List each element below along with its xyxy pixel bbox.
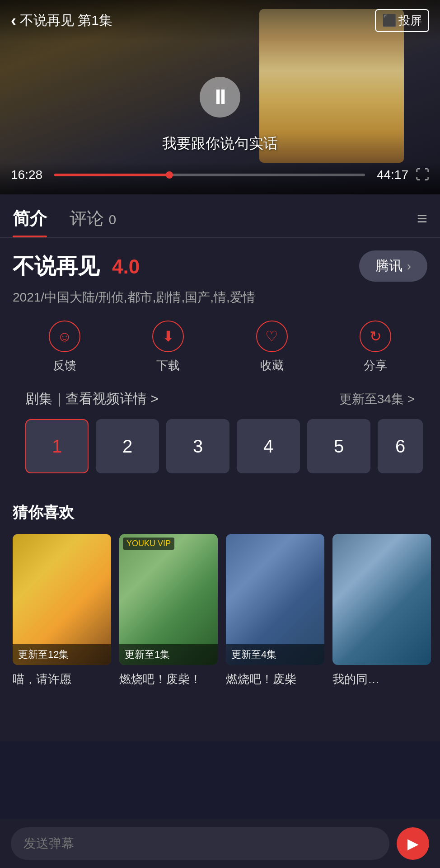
episode-3-button[interactable]: 3 (166, 419, 229, 473)
platform-arrow-icon: › (407, 259, 411, 274)
subtitle-text: 我要跟你说句实话 (0, 134, 440, 154)
feedback-icon: ☺ (49, 321, 80, 352)
video-controls: 16:28 44:17 ⛶ (0, 162, 440, 194)
time-total: 44:17 (372, 168, 408, 182)
danmaku-bar: ▶ (0, 819, 440, 868)
cast-icon: ⬛ (382, 14, 397, 28)
info-section: 不说再见 4.0 腾讯 › 2021/中国大陆/刑侦,都市,剧情,国产,情,爱情… (0, 238, 440, 502)
progress-thumb (166, 171, 173, 179)
fullscreen-button[interactable]: ⛶ (416, 167, 429, 183)
rec-poster-4 (332, 534, 431, 665)
danmaku-input[interactable] (11, 827, 389, 860)
episodes-header: 剧集｜查看视频详情 > 更新至34集 > (13, 390, 427, 408)
episodes-more[interactable]: 更新至34集 > (339, 391, 415, 408)
tab-comment[interactable]: 评论 0 (70, 207, 116, 237)
progress-fill (54, 174, 169, 176)
rec-title-2: 燃烧吧！废柴！ (119, 671, 218, 687)
comment-list-icon[interactable]: ≡ (417, 208, 427, 236)
episode-1-button[interactable]: 1 (25, 419, 89, 473)
rec-badge-3: 更新至4集 (226, 644, 324, 665)
rec-item-1[interactable]: 更新至12集 喵，请许愿 (13, 534, 111, 687)
action-share[interactable]: ↻ 分享 (360, 321, 391, 373)
action-download[interactable]: ⬇ 下载 (152, 321, 184, 373)
tabs-bar: 简介 评论 0 ≡ (0, 194, 440, 238)
danmaku-send-button[interactable]: ▶ (397, 827, 429, 860)
share-icon: ↻ (360, 321, 391, 352)
time-current: 16:28 (11, 168, 47, 182)
recommendations-grid: 更新至12集 喵，请许愿 YOUKU VIP 更新至1集 燃烧吧！废柴！ 更新至… (0, 534, 440, 687)
action-collect[interactable]: ♡ 收藏 (256, 321, 288, 373)
episodes-title[interactable]: 剧集｜查看视频详情 > (25, 390, 159, 408)
recommendations-section: 猜你喜欢 更新至12集 喵，请许愿 YOUKU VIP 更新至1集 燃烧吧！废柴… (0, 502, 440, 687)
progress-row[interactable]: 16:28 44:17 ⛶ (11, 167, 429, 183)
meta-info: 2021/中国大陆/刑侦,都市,剧情,国产,情,爱情 (13, 289, 427, 306)
pause-button[interactable]: ⏸ (200, 77, 240, 118)
tab-intro[interactable]: 简介 (13, 207, 47, 237)
show-rating: 4.0 (112, 255, 140, 278)
episode-4-button[interactable]: 4 (237, 419, 300, 473)
rec-poster-1: 更新至12集 (13, 534, 111, 665)
rec-poster-2: YOUKU VIP 更新至1集 (119, 534, 218, 665)
collect-icon: ♡ (256, 321, 288, 352)
content-area: 简介 评论 0 ≡ 不说再见 4.0 腾讯 › 2021/中国大陆/刑侦,都市,… (0, 194, 440, 741)
video-title: 不说再见 第1集 (20, 11, 112, 30)
comment-count: 0 (109, 212, 117, 227)
collect-label: 收藏 (260, 358, 284, 373)
rec-item-3[interactable]: 更新至4集 燃烧吧！废柴 (226, 534, 324, 687)
send-icon: ▶ (407, 835, 419, 852)
rec-title-3: 燃烧吧！废柴 (226, 671, 324, 687)
back-button[interactable]: ‹ 不说再见 第1集 (11, 11, 112, 30)
progress-bar[interactable] (54, 174, 365, 176)
youku-badge: YOUKU VIP (123, 538, 174, 550)
download-label: 下载 (156, 358, 180, 373)
rec-title-1: 喵，请许愿 (13, 671, 111, 687)
episodes-grid: 1 2 3 4 5 6 (13, 419, 427, 473)
rec-item-2[interactable]: YOUKU VIP 更新至1集 燃烧吧！废柴！ (119, 534, 218, 687)
pause-icon: ⏸ (210, 86, 230, 108)
rec-badge-2: 更新至1集 (119, 644, 218, 665)
recommendations-title: 猜你喜欢 (0, 502, 440, 523)
action-feedback[interactable]: ☺ 反馈 (49, 321, 80, 373)
video-player[interactable]: ‹ 不说再见 第1集 ⬛ 投屏 ⏸ 我要跟你说句实话 16:28 44:17 ⛶ (0, 0, 440, 194)
rec-item-4[interactable]: 我的同… (332, 534, 431, 687)
episode-5-button[interactable]: 5 (307, 419, 370, 473)
download-icon: ⬇ (152, 321, 184, 352)
actions-bar: ☺ 反馈 ⬇ 下载 ♡ 收藏 ↻ 分享 (13, 321, 427, 373)
platform-name: 腾讯 (375, 257, 403, 275)
platform-button[interactable]: 腾讯 › (359, 250, 427, 282)
rec-poster-bg-4 (332, 534, 431, 665)
episode-2-button[interactable]: 2 (96, 419, 159, 473)
video-header: ‹ 不说再见 第1集 ⬛ 投屏 (0, 0, 440, 41)
episode-6-button[interactable]: 6 (378, 419, 423, 473)
feedback-label: 反馈 (53, 358, 76, 373)
show-title: 不说再见 (13, 252, 99, 281)
back-arrow-icon: ‹ (11, 11, 16, 30)
cast-button[interactable]: ⬛ 投屏 (375, 9, 429, 32)
rec-badge-1: 更新至12集 (13, 644, 111, 665)
rec-title-4: 我的同… (332, 671, 431, 687)
rec-poster-3: 更新至4集 (226, 534, 324, 665)
title-row: 不说再见 4.0 腾讯 › (13, 250, 427, 282)
share-label: 分享 (364, 358, 387, 373)
